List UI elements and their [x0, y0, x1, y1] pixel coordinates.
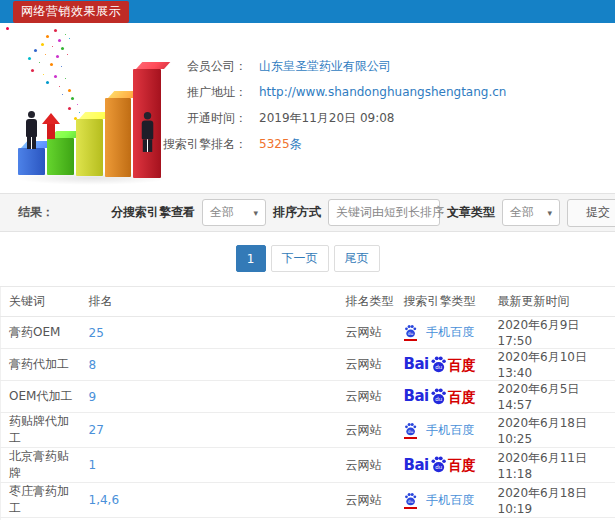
baidu-red-underline — [404, 507, 417, 509]
results-table-head: 关键词 排名 排名类型 搜索引擎类型 最新更新时间 — [1, 287, 615, 317]
growth-arrow-icon — [42, 113, 60, 139]
rank-link[interactable]: 27 — [81, 413, 338, 448]
svg-text:du: du — [435, 464, 442, 470]
mobile-baidu-badge: du 手机百度 — [404, 493, 475, 507]
baidu-paw-icon: du — [430, 455, 447, 473]
keyword-cell: 膏药代加工 — [1, 349, 81, 381]
company-link[interactable]: 山东皇圣堂药业有限公司 — [259, 58, 391, 75]
chevron-down-icon: ▾ — [541, 208, 552, 218]
keyword-cell: 枣庄膏药加工 — [1, 483, 81, 518]
mobile-baidu-badge: du 手机百度 — [404, 423, 475, 437]
rank-link[interactable]: 1 — [81, 448, 338, 483]
svg-text:du: du — [407, 499, 413, 504]
bar-blue — [18, 148, 45, 175]
keyword-cell: OEM代加工 — [1, 381, 81, 413]
open-time-row: 开通时间： 2019年11月20日 09:08 — [155, 105, 506, 131]
businessman-right — [139, 112, 156, 152]
table-row: 北京膏药贴牌 1 云网站 Bai du 百度 2020年6月11日 11:18 — [1, 448, 615, 483]
header-engine-type: 搜索引擎类型 — [396, 287, 490, 317]
rank-type-cell: 云网站 — [338, 448, 396, 483]
header-rank-type: 排名类型 — [338, 287, 396, 317]
bar-yellow — [76, 119, 103, 176]
baidu-logo: Bai du 百度 — [404, 387, 476, 407]
keyword-cell: 北京膏药贴牌 — [1, 448, 81, 483]
sort-filter-value: 关键词由短到长排序 — [336, 204, 444, 221]
keyword-cell: 药贴牌代加工 — [1, 413, 81, 448]
account-info: 会员公司： 山东皇圣堂药业有限公司 推广地址： http://www.shand… — [155, 53, 506, 157]
engine-type-cell: du 手机百度 — [396, 317, 490, 349]
rank-link[interactable]: 1,4,6 — [81, 483, 338, 518]
keyword-cell: 膏药OEM — [1, 317, 81, 349]
baidu-paw-icon: du — [430, 355, 447, 373]
table-row: 膏药OEM 25 云网站 du 手机百度 2020年6月9日 17:50 — [1, 317, 615, 349]
updated-time-cell: 2020年6月11日 11:18 — [490, 448, 615, 483]
rank-type-cell: 云网站 — [338, 317, 396, 349]
baidu-logo: Bai du 百度 — [404, 455, 476, 475]
bar-orange — [105, 98, 131, 177]
engine-type-cell: Bai du 百度 — [396, 381, 490, 413]
engine-rank-value: 5325条 — [259, 136, 302, 153]
updated-time-cell: 2020年6月10日 13:40 — [490, 349, 615, 381]
promo-url-label: 推广地址： — [155, 84, 247, 101]
article-type-label: 文章类型 — [447, 204, 495, 221]
result-label: 结果： — [18, 204, 54, 221]
engine-rank-label: 搜索引擎排名： — [155, 136, 247, 153]
page-button-last[interactable]: 尾页 — [334, 245, 380, 272]
rank-type-cell: 云网站 — [338, 381, 396, 413]
sort-filter-label: 排序方式 — [273, 204, 321, 221]
submit-button[interactable]: 提交 — [567, 199, 615, 227]
page-button-next[interactable]: 下一页 — [271, 245, 329, 272]
promo-url-link[interactable]: http://www.shandonghuangshengtang.cn — [259, 85, 506, 99]
sort-filter-select[interactable]: 关键词由短到长排序 ▾ — [328, 199, 440, 226]
updated-time-cell: 2020年6月18日 10:19 — [490, 483, 615, 518]
company-row: 会员公司： 山东皇圣堂药业有限公司 — [155, 53, 506, 79]
engine-type-cell: Bai du 百度 — [396, 349, 490, 381]
engine-filter-label: 分搜索引擎查看 — [111, 204, 195, 221]
baidu-red-underline — [404, 339, 417, 341]
top-bar: 网络营销效果展示 — [0, 0, 615, 23]
filter-controls: 分搜索引擎查看 全部 ▾ 排序方式 关键词由短到长排序 ▾ 文章类型 全部 ▾ … — [111, 199, 615, 227]
svg-text:du: du — [407, 429, 413, 434]
pagination: 1 下一页 尾页 — [0, 245, 615, 272]
rank-unit: 条 — [290, 137, 302, 151]
open-time-label: 开通时间： — [155, 110, 247, 127]
header-updated: 最新更新时间 — [490, 287, 615, 317]
growth-chart-illustration — [6, 27, 178, 187]
rank-type-cell: 云网站 — [338, 413, 396, 448]
engine-type-cell: du 手机百度 — [396, 413, 490, 448]
rank-count: 5325 — [259, 137, 290, 151]
mobile-baidu-badge: du 手机百度 — [404, 325, 475, 339]
table-row: 药贴牌代加工 27 云网站 du 手机百度 2020年6月18日 10:25 — [1, 413, 615, 448]
table-row: 膏药代加工 8 云网站 Bai du 百度 2020年6月10日 13:40 — [1, 349, 615, 381]
bar-green — [47, 138, 74, 175]
baidu-red-underline — [404, 437, 417, 439]
baidu-paw-icon: du — [430, 387, 447, 405]
rank-type-cell: 云网站 — [338, 483, 396, 518]
filter-bar: 结果： 分搜索引擎查看 全部 ▾ 排序方式 关键词由短到长排序 ▾ 文章类型 全… — [0, 193, 615, 232]
updated-time-cell: 2020年6月5日 14:57 — [490, 381, 615, 413]
article-type-select[interactable]: 全部 ▾ — [502, 199, 560, 226]
mobile-baidu-paw-icon: du — [404, 492, 417, 509]
rank-type-cell: 云网站 — [338, 349, 396, 381]
page-title: 网络营销效果展示 — [13, 1, 129, 23]
mobile-baidu-paw-icon: du — [404, 324, 417, 341]
company-label: 会员公司： — [155, 58, 247, 75]
baidu-logo: Bai du 百度 — [404, 355, 476, 375]
rank-link[interactable]: 25 — [81, 317, 338, 349]
header-rank: 排名 — [81, 287, 338, 317]
results-table: 关键词 排名 排名类型 搜索引擎类型 最新更新时间 膏药OEM 25 云网站 d… — [0, 286, 615, 520]
header-keyword: 关键词 — [1, 287, 81, 317]
mobile-baidu-paw-icon: du — [404, 422, 417, 439]
promo-url-row: 推广地址： http://www.shandonghuangshengtang.… — [155, 79, 506, 105]
rank-link[interactable]: 8 — [81, 349, 338, 381]
engine-type-cell: Bai du 百度 — [396, 448, 490, 483]
svg-text:du: du — [435, 396, 442, 402]
page-button-current[interactable]: 1 — [236, 245, 266, 272]
info-section: 会员公司： 山东皇圣堂药业有限公司 推广地址： http://www.shand… — [0, 23, 615, 193]
results-table-body: 膏药OEM 25 云网站 du 手机百度 2020年6月9日 17:50 膏药代… — [1, 317, 615, 520]
rank-link[interactable]: 9 — [81, 381, 338, 413]
engine-filter-select[interactable]: 全部 ▾ — [202, 199, 266, 226]
confetti-dots — [6, 27, 9, 30]
engine-filter-value: 全部 — [210, 204, 234, 221]
engine-type-cell: du 手机百度 — [396, 483, 490, 518]
